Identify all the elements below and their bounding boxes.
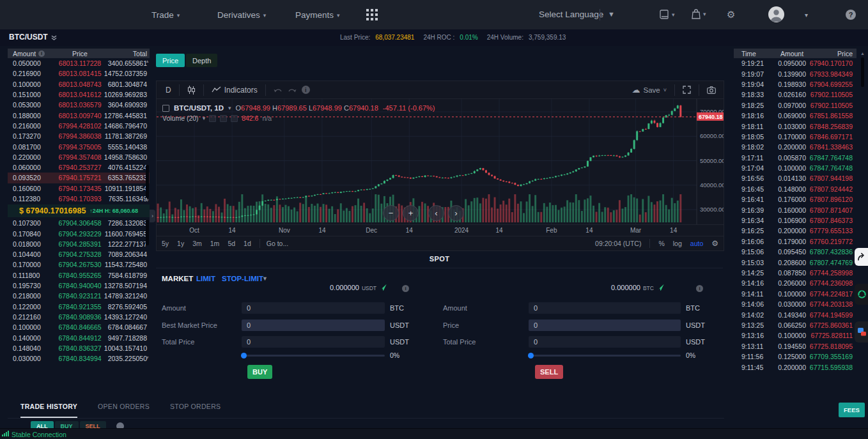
tab-stop-limit[interactable]: STOP-LIMIT [222, 275, 263, 282]
trade-history-row[interactable]: 9:16:450.14800067807.924442 [734, 184, 856, 194]
account-caret-icon[interactable]: ▾ [805, 12, 808, 19]
range-button-3m[interactable]: 3m [192, 240, 202, 247]
order-book-row[interactable]: 0.05000068013.1172283400.655861 [8, 58, 150, 68]
order-book-row[interactable]: 0.22000067994.35740814958.758630 [8, 152, 150, 162]
trade-history-row[interactable]: 9:18:330.02616067902.110505 [734, 89, 856, 100]
scrollbar-thumb[interactable] [146, 165, 149, 198]
nav-payments[interactable]: Payments▾ [295, 0, 340, 29]
zoom-out-button[interactable]: − [383, 205, 399, 221]
indicators-button[interactable]: Indicators [209, 86, 260, 95]
order-book-row[interactable]: 0.08170067994.3750055555.140438 [8, 141, 150, 151]
scroll-up-icon[interactable]: ▲ [860, 51, 865, 56]
order-book-row[interactable]: 0.18800068013.00974012786.445831 [8, 110, 150, 120]
order-book-row[interactable]: 0.21600067994.42810214686.796470 [8, 121, 150, 131]
auto-scale-button[interactable]: auto [690, 240, 703, 247]
order-book-row[interactable]: 0.10000067840.8466656784.084667 [8, 322, 150, 332]
screenshot-camera-icon[interactable] [704, 86, 718, 94]
buy-amount-input[interactable] [242, 302, 385, 314]
tab-trade-history[interactable]: TRADE HISTORY [20, 403, 77, 418]
trade-history-row[interactable]: 9:19:210.09500067940.170170 [734, 58, 856, 68]
scroll-down-icon[interactable]: ▼ [145, 355, 150, 360]
fullscreen-icon[interactable] [680, 86, 694, 94]
trade-history-row[interactable]: 9:13:160.10000067725.828111 [734, 330, 856, 341]
order-book-row[interactable]: 0.17084067904.29322911600.769455 [8, 228, 150, 238]
trade-history-row[interactable]: 9:16:560.01413067807.944198 [734, 173, 856, 183]
range-button-1y[interactable]: 1y [177, 240, 184, 247]
legend-close-icon[interactable] [231, 115, 238, 122]
trade-history-row[interactable]: 9:14:250.08785067744.258998 [734, 268, 856, 278]
chart-plot-area[interactable]: 70000.0060000.0050000.0040000.0030000.00… [157, 99, 724, 224]
chat-widget-icon[interactable] [855, 321, 868, 343]
info-icon[interactable]: i [402, 285, 409, 292]
tab-price[interactable]: Price [156, 54, 185, 67]
log-scale-button[interactable]: log [673, 240, 682, 247]
tab-depth[interactable]: Depth [186, 54, 217, 67]
share-widget-icon[interactable] [855, 248, 868, 266]
trade-history-row[interactable]: 9:16:410.17600067807.896120 [734, 194, 856, 204]
sell-amount-slider[interactable] [529, 355, 681, 357]
zoom-in-button[interactable]: + [403, 205, 419, 221]
order-book-row[interactable]: 0.17000067904.26753011543.725480 [8, 259, 150, 270]
trade-history-row[interactable]: 9:14:160.20600067744.236098 [734, 278, 856, 288]
trade-history-row[interactable]: 9:18:110.10300067848.256839 [734, 121, 856, 131]
apps-grid-icon[interactable] [366, 9, 378, 20]
pair-selector[interactable]: BTC/USDT [9, 33, 57, 42]
wallet-book-icon[interactable]: ▾ [660, 10, 675, 19]
nav-trade[interactable]: Trade▾ [151, 0, 180, 29]
tab-limit[interactable]: LIMIT [196, 275, 215, 282]
trade-history-row[interactable]: 9:14:020.14934067744.194599 [734, 309, 856, 320]
language-dropdown-icon[interactable]: ▼ [608, 10, 615, 18]
trade-history-row[interactable]: 9:11:560.12500067709.355169 [734, 351, 856, 362]
legend-eye-icon[interactable] [209, 115, 216, 122]
buy-button[interactable]: BUY [247, 365, 272, 379]
order-book-row[interactable]: 0.05300068013.0365793604.690939 [8, 100, 150, 110]
range-button-5y[interactable]: 5y [162, 240, 169, 247]
fees-button[interactable]: FEES [839, 403, 865, 417]
collapse-panel-handle[interactable]: › [150, 210, 155, 222]
redo-icon[interactable] [285, 86, 299, 93]
trade-history-row[interactable]: 9:16:340.10690067807.846373 [734, 215, 856, 226]
buy-price-input[interactable] [242, 320, 385, 331]
nav-derivatives[interactable]: Derivatives▾ [217, 0, 266, 29]
trade-history-row[interactable]: 9:17:110.00587067847.764748 [734, 153, 856, 163]
info-icon[interactable]: i [38, 50, 45, 57]
cursor-arrow-icon[interactable] [656, 284, 665, 291]
trade-history-row[interactable]: 9:18:160.06900067851.861558 [734, 111, 856, 121]
tab-stop-orders[interactable]: STOP ORDERS [170, 403, 221, 418]
slider-handle[interactable] [528, 353, 534, 358]
sell-price-input[interactable] [529, 320, 681, 331]
scrollbar-thumb[interactable] [861, 58, 864, 87]
axis-settings-gear-icon[interactable]: ⚙ [711, 239, 718, 248]
scroll-up-icon[interactable]: ▲ [145, 59, 150, 63]
cursor-arrow-icon[interactable] [379, 284, 387, 291]
sell-amount-input[interactable] [529, 302, 681, 314]
range-button-1m[interactable]: 1m [210, 240, 220, 247]
trade-history-row[interactable]: 9:15:030.20860067807.474769 [734, 257, 856, 267]
order-book-row[interactable]: 0.21690068013.08141514752.037359 [8, 68, 150, 79]
save-layout-button[interactable]: ☁ Save ˅ [630, 85, 669, 95]
trade-history-row[interactable]: 9:16:390.16000067807.871407 [734, 204, 856, 215]
order-book-row[interactable]: 0.01800067904.2853911222.277137 [8, 239, 150, 249]
order-book-row[interactable]: 0.11238067940.1703937635.116349 [8, 194, 150, 204]
scroll-right-button[interactable]: › [448, 205, 464, 221]
order-book-row[interactable]: 0.21216067840.90893614393.127240 [8, 312, 150, 322]
assistant-widget-icon[interactable] [855, 284, 868, 305]
trade-history-row[interactable]: 9:17:040.10000067847.764748 [734, 163, 856, 173]
trade-history-row[interactable]: 9:19:070.13990067933.984349 [734, 68, 856, 79]
trade-history-row[interactable]: 9:16:060.17900067760.219772 [734, 236, 856, 247]
trade-history-row[interactable]: 9:13:250.06625067725.860361 [734, 320, 856, 330]
buy-total-input[interactable] [242, 336, 385, 348]
scroll-down-icon[interactable]: ▼ [145, 198, 150, 203]
order-book-row[interactable]: 0.10000068013.0487436801.304874 [8, 79, 150, 89]
orders-bag-icon[interactable]: ▾ [692, 9, 706, 19]
scrollbar-thumb[interactable] [146, 220, 149, 245]
undo-icon[interactable] [271, 86, 285, 93]
order-type-caret-icon[interactable]: ▼ [262, 275, 268, 282]
slider-handle[interactable] [241, 353, 247, 358]
trade-history-row[interactable]: 9:16:250.20000067779.655133 [734, 226, 856, 236]
trade-history-row[interactable]: 9:13:110.19455067725.818095 [734, 341, 856, 351]
order-book-row[interactable]: 0.14804067840.83632710043.157410 [8, 343, 150, 353]
legend-settings-icon[interactable] [220, 115, 227, 122]
info-icon[interactable]: i [696, 285, 703, 292]
candle-style-icon[interactable] [185, 86, 198, 95]
